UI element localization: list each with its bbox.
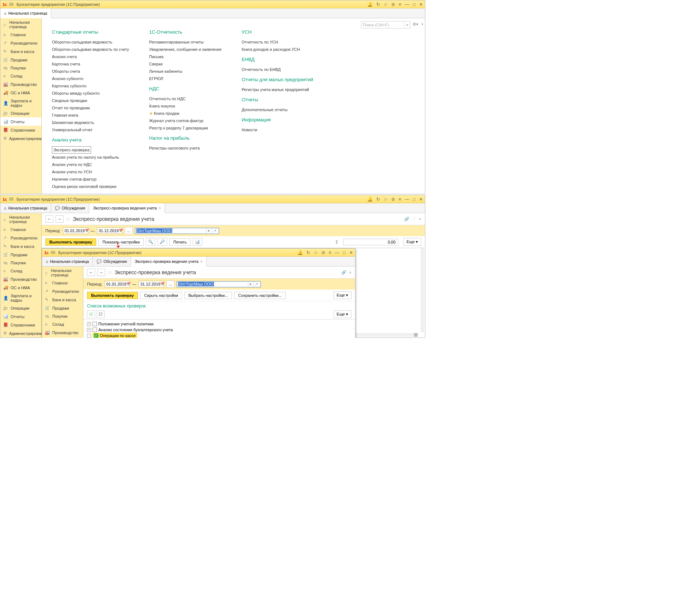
sidebar-item[interactable]: 📕Справочники — [0, 126, 41, 134]
link-icon[interactable]: 🔗 — [404, 217, 409, 222]
sidebar-item[interactable]: 🛒Продажи — [42, 304, 83, 312]
sidebar-item[interactable]: ⌂Начальная страница — [0, 18, 41, 31]
check-item[interactable]: +Анализ состояния бухгалтерского учета — [87, 327, 351, 333]
report-link[interactable]: Дополнительные отчеты — [242, 106, 313, 113]
gear-icon[interactable]: ⚙▾ — [413, 22, 418, 27]
date-to-input[interactable]: 31.12.2019📅 — [139, 281, 164, 287]
period-picker-button[interactable]: … — [125, 227, 133, 234]
bell-icon[interactable]: 🔔 — [367, 2, 373, 7]
sidebar-item[interactable]: 🚚ОС и НМА — [42, 337, 83, 338]
search-input[interactable]: Поиск (Ctrl+F)× — [361, 21, 410, 29]
close-icon[interactable]: × — [419, 217, 421, 222]
sidebar-item[interactable]: 🏭Производство — [42, 328, 83, 337]
report-link[interactable]: Анализ учета по НДС — [52, 161, 129, 168]
status-icon[interactable]: ⊜ — [391, 197, 395, 202]
bell-icon[interactable]: 🔔 — [367, 197, 373, 202]
check-all-button[interactable]: ☑ — [87, 310, 95, 318]
report-link[interactable]: Оценка риска налоговой проверки — [52, 183, 129, 190]
minimize-icon[interactable]: — — [335, 250, 339, 255]
sidebar-item[interactable]: ✎Банк и касса — [0, 242, 41, 250]
uncheck-all-button[interactable]: ☐ — [97, 310, 105, 318]
report-link[interactable]: Главная книга — [52, 112, 129, 119]
sidebar-item[interactable]: 🏭Производство — [0, 275, 41, 283]
report-link[interactable]: Регистры учета малых предприятий — [242, 86, 313, 93]
tab[interactable]: 💬Обсуждения — [51, 203, 89, 213]
tab[interactable]: ⌂Начальная страница — [0, 203, 51, 213]
sidebar-item[interactable]: ↗Руководителю — [0, 234, 41, 242]
sidebar-item[interactable]: 🛒Продажи — [0, 56, 41, 64]
star-icon[interactable]: ☆ — [384, 2, 388, 7]
report-link[interactable]: Книга покупок — [149, 102, 222, 110]
checkbox[interactable] — [93, 322, 97, 326]
report-link[interactable]: Уведомления, сообщения и заявления — [149, 46, 222, 53]
tab-home[interactable]: ⌂Начальная страница — [0, 8, 51, 18]
menu-icon[interactable] — [9, 198, 14, 200]
sidebar-item[interactable]: 👤Зарплата и кадры — [0, 292, 41, 304]
choose-settings-button[interactable]: Выбрать настройки... — [184, 292, 232, 299]
close-icon[interactable]: ✕ — [419, 197, 423, 202]
report-link[interactable]: Отчетность по ЕНВД — [242, 66, 313, 73]
close-icon[interactable]: × — [159, 206, 161, 210]
report-link[interactable]: Книга доходов и расходов УСН — [242, 46, 313, 53]
report-link[interactable]: ★ Книга продаж — [149, 110, 222, 117]
bell-icon[interactable]: 🔔 — [297, 250, 303, 255]
sum-field[interactable]: 0,00 — [343, 239, 398, 245]
filter-icon[interactable]: ≡ — [399, 197, 401, 202]
close-icon[interactable]: × — [421, 22, 424, 26]
status-icon[interactable]: ⊜ — [391, 2, 395, 7]
star-icon[interactable]: ☆ — [314, 250, 318, 255]
report-link[interactable]: Карточка счета — [52, 60, 129, 68]
maximize-icon[interactable]: □ — [343, 250, 346, 255]
favorite-icon[interactable]: ☆ — [66, 216, 71, 222]
organization-input[interactable]: ОптТоргМаш ООО▾↗ — [177, 281, 261, 287]
report-link[interactable]: Новости — [242, 126, 313, 133]
clear-icon[interactable]: × — [404, 23, 409, 27]
scrollbar-vertical[interactable] — [421, 248, 424, 332]
close-icon[interactable]: × — [200, 260, 203, 264]
report-link[interactable]: Сверки — [149, 60, 222, 68]
report-link[interactable]: ЕГРЮЛ — [149, 75, 222, 82]
sidebar-item[interactable]: ↗Руководителю — [42, 287, 83, 295]
report-link[interactable]: Обороты счета — [52, 68, 129, 75]
report-link[interactable]: Отчетность по УСН — [242, 38, 313, 46]
zoom-button[interactable]: 🔎 — [158, 238, 167, 246]
sidebar-item[interactable]: 🛍Покупки — [0, 259, 41, 267]
menu-icon[interactable] — [51, 251, 55, 254]
report-link[interactable]: Обороты между субконто — [52, 90, 129, 97]
report-link[interactable]: Регистры налогового учета — [149, 144, 222, 152]
report-link[interactable]: Анализ учета по УСН — [52, 168, 129, 175]
sidebar-item[interactable]: ↗Руководителю — [0, 39, 41, 47]
sidebar-item[interactable]: ⚙Администрирование — [0, 134, 41, 143]
report-link[interactable]: Журнал учета счетов-фактур — [149, 117, 222, 124]
tab[interactable]: Экспресс-проверка ведения учета× — [131, 257, 207, 267]
sidebar-item[interactable]: 👤Зарплата и кадры — [0, 97, 41, 109]
report-link[interactable]: Отчет по проводкам — [52, 104, 129, 112]
run-check-button[interactable]: Выполнить проверку — [87, 292, 138, 299]
sidebar-item[interactable]: 🛍Покупки — [42, 312, 83, 320]
report-link[interactable]: Оборотно-сальдовая ведомость — [52, 38, 129, 46]
export-button[interactable]: 📊 — [193, 238, 202, 246]
sidebar-item[interactable]: ДтОперации — [0, 304, 41, 312]
history-icon[interactable]: ↻ — [376, 197, 380, 202]
expander-icon[interactable]: + — [87, 328, 91, 332]
sidebar-item[interactable]: 🛒Продажи — [0, 250, 41, 259]
tab[interactable]: 💬Обсуждения — [93, 257, 131, 266]
history-icon[interactable]: ↻ — [306, 250, 310, 255]
print-button[interactable]: Печать — [169, 238, 191, 246]
minimize-icon[interactable]: — — [405, 2, 409, 7]
report-link[interactable]: Реестр к разделу 7 декларации — [149, 124, 222, 132]
status-icon[interactable]: ⊜ — [321, 250, 325, 255]
sidebar-item[interactable]: ДтОперации — [0, 109, 41, 117]
date-to-input[interactable]: 31.12.2019📅 — [97, 227, 123, 234]
sidebar-item[interactable]: ⌂Начальная страница — [0, 213, 41, 226]
more-button[interactable]: Еще ▾ — [334, 310, 351, 318]
report-link[interactable]: Личные кабинеты — [149, 68, 222, 75]
close-icon[interactable]: ✕ — [349, 250, 353, 255]
report-link[interactable]: Шахматная ведомость — [52, 119, 129, 126]
save-settings-button[interactable]: Сохранить настройки... — [234, 292, 286, 299]
back-button[interactable]: ← — [45, 215, 53, 223]
star-icon[interactable]: ☆ — [384, 197, 388, 202]
filter-icon[interactable]: ≡ — [399, 2, 401, 7]
report-link[interactable]: Письма — [149, 53, 222, 60]
favorite-icon[interactable]: ☆ — [108, 269, 112, 275]
